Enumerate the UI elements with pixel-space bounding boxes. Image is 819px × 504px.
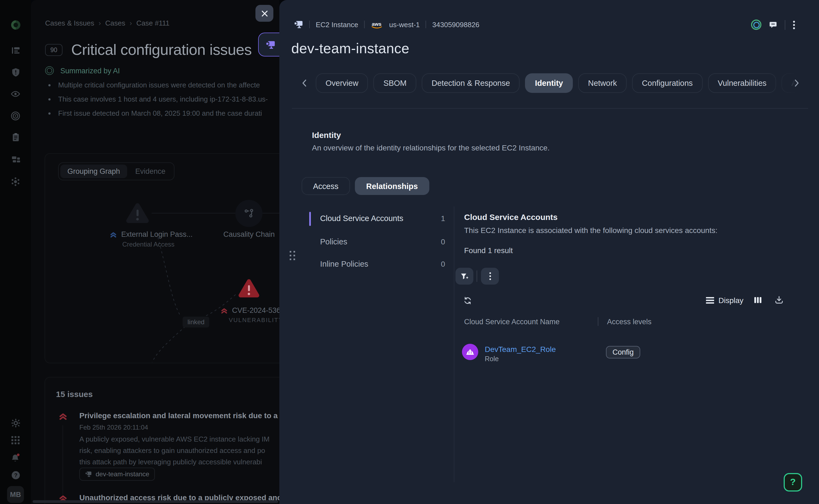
column-header-name[interactable]: Cloud Service Account Name [464, 318, 560, 326]
issue-timeline-connector [62, 425, 63, 495]
summary-bullet-text: This case involves 1 host and 4 users, i… [58, 95, 268, 103]
tab-label: Relationships [366, 182, 418, 190]
tab-relationships[interactable]: Relationships [355, 177, 429, 195]
rel-type-label: Cloud Service Accounts [320, 214, 403, 223]
issue-description-line: this attack path by leveraging publicly … [79, 458, 262, 466]
tab-identity[interactable]: Identity [525, 73, 573, 93]
active-indicator [309, 212, 311, 226]
kebab-menu-icon[interactable] [793, 20, 795, 29]
credential-node-label[interactable]: External Login Pass... [110, 230, 193, 238]
vulnerability-node-label[interactable]: CVE-2024-53677 ... [221, 306, 279, 314]
help-button[interactable]: ? [784, 473, 802, 492]
user-avatar[interactable]: MB [7, 486, 24, 503]
chat-icon[interactable] [769, 21, 777, 29]
divider [309, 21, 310, 28]
summary-bullet: This case involves 1 host and 4 users, i… [48, 95, 268, 103]
more-options-button[interactable] [481, 268, 499, 285]
ai-assistant-icon[interactable] [751, 20, 761, 30]
tab-vulnerabilities[interactable]: Vulnerabilities [708, 73, 776, 93]
identity-section-description: An overview of the identity relationship… [312, 143, 550, 152]
svg-text:aws: aws [372, 21, 381, 27]
case-title-row: 90 Critical configuration issues [45, 41, 252, 59]
rel-type-count: 0 [441, 237, 445, 246]
tab-configurations[interactable]: Configurations [632, 73, 702, 93]
issue-timestamp: Feb 25th 2026 20:11:04 [79, 424, 148, 431]
divider [454, 206, 454, 482]
divider [785, 20, 785, 30]
rel-type-label: Inline Policies [320, 260, 368, 268]
asset-chip[interactable]: dev-team-instance [79, 468, 155, 481]
tabs-scroll-right-icon[interactable] [795, 79, 799, 87]
breadcrumb-cases-issues[interactable]: Cases & Issues [45, 19, 94, 27]
tab-detection-response[interactable]: Detection & Response [422, 73, 520, 93]
notifications-bell-icon[interactable] [0, 453, 31, 463]
result-count: Found 1 result [464, 246, 513, 255]
tab-label: Access [313, 182, 338, 190]
rel-type-count: 1 [441, 214, 445, 223]
sidebar-item-inventory-icon[interactable] [0, 154, 31, 164]
horizontal-scrollbar[interactable] [33, 500, 278, 503]
display-button[interactable]: Display [706, 296, 743, 305]
severity-chevrons-icon [110, 231, 117, 238]
issue-title[interactable]: Privilege escalation and lateral movemen… [79, 411, 279, 420]
summary-bullet: First issue detected on March 08, 2025 1… [48, 109, 262, 117]
sidebar-item-compliance-icon[interactable] [0, 133, 31, 142]
refresh-icon [464, 297, 472, 305]
role-avatar [462, 344, 478, 360]
issues-count-header: 15 issues [56, 389, 93, 399]
brand-logo-icon[interactable] [0, 20, 31, 30]
rel-type-cloud-service-accounts[interactable]: Cloud Service Accounts 1 [309, 210, 445, 228]
tab-label: Configurations [642, 79, 693, 87]
ai-icon [45, 66, 54, 75]
rel-type-inline-policies[interactable]: Inline Policies 0 [309, 256, 445, 273]
critical-chevrons-icon [59, 412, 67, 420]
sidebar-item-cases-icon[interactable] [0, 46, 31, 55]
tabs-fade [767, 71, 808, 96]
columns-button[interactable] [754, 296, 762, 304]
asset-chip-label: dev-team-instance [96, 470, 149, 478]
close-button[interactable] [255, 5, 273, 22]
tab-network[interactable]: Network [578, 73, 627, 93]
download-button[interactable] [774, 295, 784, 304]
graph-edges [45, 154, 279, 363]
display-label: Display [719, 296, 743, 305]
breadcrumb-case-111: Case #111 [136, 19, 169, 27]
divider [426, 21, 427, 28]
access-level-chip[interactable]: Config [606, 346, 640, 358]
rel-type-policies[interactable]: Policies 0 [309, 234, 445, 251]
tab-label: SBOM [383, 79, 406, 87]
apps-grid-icon[interactable] [0, 436, 31, 445]
sidebar-item-target-icon[interactable] [0, 111, 31, 121]
sidebar-item-visibility-icon[interactable] [0, 89, 31, 99]
columns-icon [754, 296, 762, 304]
breadcrumb-separator: › [99, 19, 101, 27]
panel-heading: Cloud Service Accounts [464, 212, 558, 222]
tab-label: Identity [535, 79, 563, 87]
tab-overview[interactable]: Overview [316, 73, 368, 93]
settings-gear-icon[interactable] [0, 418, 31, 428]
sidebar-item-security-icon[interactable] [0, 67, 31, 77]
tab-access[interactable]: Access [301, 177, 350, 195]
identity-section-heading: Identity [312, 130, 341, 140]
column-header-access-levels[interactable]: Access levels [607, 318, 652, 326]
help-circle-icon[interactable]: ? [0, 470, 31, 480]
tab-label: Network [588, 79, 617, 87]
asset-drawer-tab[interactable] [258, 33, 281, 56]
credential-node-icon[interactable] [124, 201, 150, 225]
table-row-account-type: Role [485, 355, 499, 363]
sidebar-item-automations-icon[interactable] [0, 177, 31, 187]
tab-label: Detection & Response [432, 79, 510, 87]
breadcrumb-cases[interactable]: Cases [105, 19, 125, 27]
case-title: Critical configuration issues [71, 41, 252, 59]
refresh-button[interactable] [464, 297, 472, 305]
display-lines-icon [706, 297, 714, 304]
tabs-scroll-left-icon[interactable] [302, 79, 306, 87]
tab-sbom[interactable]: SBOM [373, 73, 416, 93]
instance-icon [85, 471, 92, 477]
causality-chain-node[interactable] [235, 200, 262, 227]
vulnerability-node-icon[interactable] [237, 278, 261, 300]
filter-button[interactable] [456, 268, 473, 285]
drawer-resize-handle[interactable] [290, 251, 295, 260]
table-row-account-name-link[interactable]: DevTeam_EC2_Role [485, 345, 556, 354]
summary-bullet-text: First issue detected on March 08, 2025 1… [58, 109, 262, 117]
